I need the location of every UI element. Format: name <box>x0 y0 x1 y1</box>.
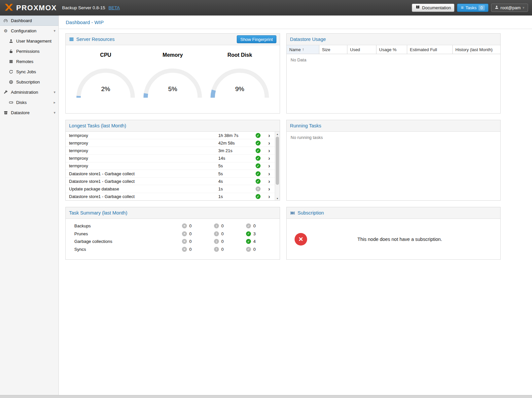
task-row[interactable]: Update package database 1s <box>66 185 275 193</box>
datastore-usage-panel: Datastore Usage Name ↑ Size Used <box>286 33 501 114</box>
column-header[interactable]: Used <box>347 45 376 54</box>
gauge-label: Root Disk <box>209 52 270 58</box>
column-label: Estimated Full <box>410 47 437 52</box>
chevron-right-icon[interactable] <box>268 140 270 146</box>
main-area: Dashboard - WIP Server Resources Show Fi… <box>59 16 532 395</box>
error-icon <box>182 223 187 228</box>
summary-row: Syncs 0 0 0 <box>66 246 280 253</box>
scroll-up-arrow[interactable] <box>275 132 280 136</box>
sidebar-item[interactable]: Administration <box>0 87 58 97</box>
tasks-count-badge: 0 <box>479 5 485 11</box>
task-row[interactable]: Datastore store1 - Garbage collect 5s <box>66 170 275 178</box>
task-name: termproxy <box>66 148 218 153</box>
expand-caret-icon <box>53 29 55 33</box>
task-row[interactable]: Datastore store1 - Garbage collect 4s <box>66 178 275 185</box>
task-row[interactable]: termproxy 1h 38m 7s <box>66 132 275 139</box>
error-icon <box>182 247 187 252</box>
warning-group: 0 <box>214 223 246 228</box>
task-duration: 14s <box>218 156 252 161</box>
ok-group: 3 <box>246 231 278 236</box>
expand-caret-icon <box>53 90 55 94</box>
summary-label: Prunes <box>74 231 182 236</box>
ok-icon <box>246 239 251 244</box>
task-row[interactable]: termproxy 5s <box>66 162 275 170</box>
task-row[interactable]: Datastore store1 - Garbage collect 1s <box>66 193 275 201</box>
sidebar-item[interactable]: Dashboard <box>0 16 58 26</box>
ok-count: 3 <box>253 231 256 236</box>
sidebar-item[interactable]: Disks <box>0 97 58 108</box>
show-fingerprint-button[interactable]: Show Fingerprint <box>237 35 276 43</box>
chevron-right-icon[interactable] <box>268 133 270 138</box>
column-header[interactable]: History (last Month) <box>453 45 500 54</box>
task-summary-header: Task Summary (last Month) <box>66 207 280 219</box>
no-subscription-icon <box>295 233 307 246</box>
sidebar-item[interactable]: Remotes <box>0 56 58 67</box>
subscription-header: Subscription <box>287 207 500 219</box>
sidebar-item-label: Permissions <box>16 49 40 54</box>
sidebar-item-label: Administration <box>11 90 38 95</box>
sidebar-item[interactable]: Sync Jobs <box>0 67 58 77</box>
task-status-icon <box>256 194 261 199</box>
expand-caret-icon <box>53 100 55 105</box>
expand-caret-icon <box>53 111 55 115</box>
column-label: History (last Month) <box>455 47 493 52</box>
scrollbar[interactable] <box>275 132 280 201</box>
summary-label: Syncs <box>74 247 182 252</box>
gauge-arc: 9% <box>209 66 270 99</box>
no-data-text: No Data <box>287 54 500 66</box>
summary-label: Garbage collections <box>74 239 182 244</box>
task-row[interactable]: termproxy 3m 21s <box>66 147 275 154</box>
gauge-label: Memory <box>142 52 203 58</box>
subscription-title: Subscription <box>298 210 324 216</box>
gauge-value: 9% <box>209 85 270 93</box>
chevron-right-icon[interactable] <box>268 155 270 161</box>
running-tasks-header: Running Tasks <box>287 120 500 132</box>
ok-count: 4 <box>253 239 256 244</box>
chevron-right-icon[interactable] <box>268 163 270 169</box>
gauges-row: CPU 2% Memory <box>66 45 280 99</box>
tasks-button[interactable]: ≡ Tasks 0 <box>457 4 488 12</box>
task-summary-title: Task Summary (last Month) <box>69 210 127 216</box>
chevron-right-icon[interactable] <box>268 148 270 153</box>
chevron-right-icon[interactable] <box>268 186 270 192</box>
sidebar-item-label: Sync Jobs <box>16 69 36 74</box>
warning-count: 0 <box>221 223 224 228</box>
gauge-arc: 2% <box>75 66 136 99</box>
chevron-right-icon[interactable] <box>268 194 270 199</box>
page-title: Dashboard - WIP <box>66 19 104 25</box>
sidebar-item[interactable]: Datastore <box>0 108 58 118</box>
server-resources-icon <box>69 37 74 42</box>
error-count: 0 <box>189 239 192 244</box>
sidebar-item[interactable]: Permissions <box>0 46 58 56</box>
error-group: 0 <box>182 223 214 228</box>
scroll-down-arrow[interactable] <box>275 196 280 201</box>
sidebar-item[interactable]: User Management <box>0 36 58 46</box>
column-label: Name <box>289 47 301 52</box>
sidebar-item-icon <box>8 100 14 105</box>
ticket-icon <box>290 211 295 215</box>
column-header[interactable]: Usage % <box>376 45 407 54</box>
gauge-arc: 5% <box>142 66 203 99</box>
documentation-label: Documentation <box>422 5 451 10</box>
sidebar-item[interactable]: Subscription <box>0 77 58 87</box>
task-duration: 3m 21s <box>218 148 252 153</box>
product-version: Backup Server 0.8-15 <box>62 5 105 10</box>
chevron-right-icon[interactable] <box>268 171 270 177</box>
column-header[interactable]: Name ↑ <box>287 45 319 54</box>
column-header[interactable]: Estimated Full <box>407 45 453 54</box>
user-menu-button[interactable]: root@pam <box>491 4 528 12</box>
gauge-label: CPU <box>75 52 136 58</box>
task-row[interactable]: termproxy 14s <box>66 155 275 162</box>
longest-tasks-title: Longest Tasks (last Month) <box>69 123 126 128</box>
summary-row: Garbage collections 0 0 4 <box>66 238 280 246</box>
column-header[interactable]: Size <box>319 45 347 54</box>
chevron-right-icon[interactable] <box>268 179 270 184</box>
documentation-button[interactable]: Documentation <box>412 4 454 12</box>
scroll-thumb[interactable] <box>276 137 279 185</box>
task-row[interactable]: termproxy 42m 58s <box>66 139 275 147</box>
column-label: Size <box>322 47 330 52</box>
beta-link[interactable]: BETA <box>109 5 120 10</box>
longest-tasks-list: termproxy 1h 38m 7s termproxy 42m 58s <box>66 132 275 201</box>
sidebar-item[interactable]: ⚙ Configuration <box>0 26 58 36</box>
resource-gauge: Memory 5% <box>142 45 203 99</box>
